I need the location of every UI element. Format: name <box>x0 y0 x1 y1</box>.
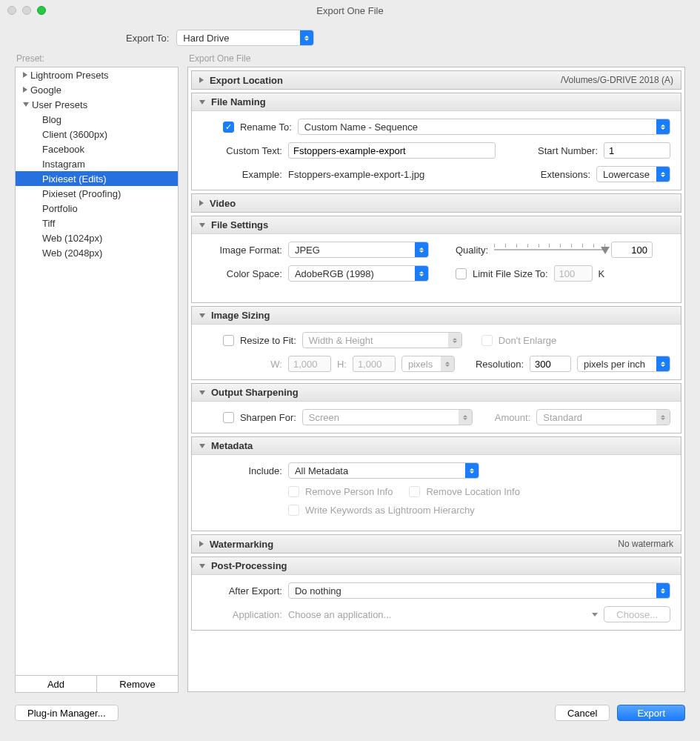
panel-header-export-location[interactable]: Export Location /Volumes/G-DRIVE 2018 (A… <box>192 71 681 89</box>
remove-preset-button[interactable]: Remove <box>96 676 178 692</box>
chevron-right-icon <box>199 541 204 547</box>
example-label: Example: <box>202 169 282 180</box>
updown-arrow-icon <box>465 463 479 478</box>
preset-group-lightroom[interactable]: Lightroom Presets <box>16 67 178 82</box>
color-space-label: Color Space: <box>202 268 282 279</box>
limit-filesize-checkbox[interactable] <box>456 268 467 279</box>
chevron-down-icon[interactable] <box>592 613 598 617</box>
preset-item[interactable]: Instagram <box>16 156 178 171</box>
custom-text-input[interactable] <box>288 142 496 159</box>
panel-header-file-naming[interactable]: File Naming <box>192 93 681 111</box>
resolution-unit-select[interactable]: pixels per inch <box>577 356 670 372</box>
h-label: H: <box>337 359 347 370</box>
size-unit-select: pixels <box>401 356 455 372</box>
sharpen-for-select: Screen <box>302 409 473 425</box>
extensions-select[interactable]: Lowercase <box>596 166 670 182</box>
updown-arrow-icon <box>459 410 472 425</box>
updown-arrow-icon <box>441 356 454 371</box>
window-title: Export One File <box>0 5 700 16</box>
updown-arrow-icon <box>448 333 461 348</box>
titlebar: Export One File <box>0 0 700 21</box>
panel-header-image-sizing[interactable]: Image Sizing <box>192 307 681 325</box>
quality-slider[interactable] <box>494 242 605 257</box>
start-number-input[interactable] <box>604 142 670 159</box>
panel-header-output-sharpening[interactable]: Output Sharpening <box>192 384 681 402</box>
rename-to-select[interactable]: Custom Name - Sequence <box>298 119 670 135</box>
panel-header-watermarking[interactable]: Watermarking No watermark <box>192 535 681 553</box>
dont-enlarge-label: Don't Enlarge <box>499 335 556 346</box>
color-space-select[interactable]: AdobeRGB (1998) <box>288 265 429 282</box>
chevron-right-icon <box>199 200 204 206</box>
preset-group-user[interactable]: User Presets <box>16 97 178 112</box>
preset-item[interactable]: Facebook <box>16 142 178 156</box>
updown-arrow-icon <box>656 356 670 371</box>
remove-person-label: Remove Person Info <box>305 486 393 497</box>
panel-header-metadata[interactable]: Metadata <box>192 437 681 455</box>
resize-checkbox[interactable] <box>223 335 234 346</box>
preset-item[interactable]: Pixieset (Proofing) <box>16 186 178 201</box>
preset-item[interactable]: Web (2048px) <box>16 245 178 260</box>
sharpen-checkbox[interactable] <box>223 412 234 423</box>
h-input <box>353 356 396 372</box>
export-button[interactable]: Export <box>617 705 685 721</box>
remove-location-label: Remove Location Info <box>426 486 519 497</box>
limit-filesize-label: Limit File Size To: <box>473 268 548 279</box>
include-select[interactable]: All Metadata <box>288 462 479 479</box>
custom-text-label: Custom Text: <box>202 145 282 156</box>
preset-list[interactable]: Lightroom Presets Google User Presets Bl… <box>15 67 179 676</box>
amount-label: Amount: <box>495 412 530 423</box>
limit-unit: K <box>599 268 605 279</box>
settings-panels: Export Location /Volumes/G-DRIVE 2018 (A… <box>187 67 685 692</box>
cancel-button[interactable]: Cancel <box>555 705 610 721</box>
export-to-label: Export To: <box>126 33 169 44</box>
preset-item[interactable]: Portfolio <box>16 201 178 216</box>
chevron-down-icon <box>199 444 205 448</box>
updown-arrow-icon <box>415 242 428 257</box>
resolution-input[interactable] <box>530 356 571 372</box>
preset-item[interactable]: Tiff <box>16 216 178 230</box>
image-format-select[interactable]: JPEG <box>288 242 429 258</box>
panel-header-video[interactable]: Video <box>192 194 681 212</box>
image-format-label: Image Format: <box>202 245 282 256</box>
include-label: Include: <box>202 465 282 476</box>
panel-output-sharpening: Output Sharpening Sharpen For: Screen Am… <box>191 383 681 433</box>
panel-header-file-settings[interactable]: File Settings <box>192 216 681 234</box>
updown-arrow-icon <box>300 30 313 45</box>
updown-arrow-icon <box>656 119 670 134</box>
panel-image-sizing: Image Sizing Resize to Fit: Width & Heig… <box>191 306 681 380</box>
updown-arrow-icon <box>415 266 428 281</box>
limit-filesize-input <box>554 265 593 282</box>
preset-item[interactable]: Blog <box>16 112 178 127</box>
rename-to-label: Rename To: <box>240 122 292 133</box>
preset-group-google[interactable]: Google <box>16 82 178 97</box>
preset-item[interactable]: Web (1024px) <box>16 230 178 245</box>
w-input <box>288 356 331 372</box>
panel-watermarking: Watermarking No watermark <box>191 534 681 554</box>
chevron-down-icon <box>199 313 205 318</box>
preset-item[interactable]: Client (3600px) <box>16 127 178 142</box>
panel-export-location: Export Location /Volumes/G-DRIVE 2018 (A… <box>191 70 681 90</box>
panel-metadata: Metadata Include: All Metadata Remove Pe… <box>191 436 681 531</box>
after-export-label: After Export: <box>202 585 282 597</box>
chevron-down-icon <box>199 564 205 568</box>
write-keywords-checkbox <box>288 505 299 516</box>
rename-to-checkbox[interactable] <box>223 122 234 133</box>
panel-file-naming: File Naming Rename To: Custom Name - Seq… <box>191 93 681 190</box>
resize-mode-select: Width & Height <box>302 332 462 348</box>
resize-label: Resize to Fit: <box>240 335 296 346</box>
after-export-select[interactable]: Do nothing <box>288 582 670 599</box>
resolution-label: Resolution: <box>476 359 524 370</box>
remove-person-checkbox <box>288 486 299 497</box>
plugin-manager-button[interactable]: Plug-in Manager... <box>15 705 119 721</box>
updown-arrow-icon <box>656 410 670 425</box>
quality-input[interactable] <box>611 242 653 258</box>
start-number-label: Start Number: <box>538 145 598 156</box>
chevron-right-icon <box>199 77 204 83</box>
export-to-select[interactable]: Hard Drive <box>176 30 314 46</box>
preset-item-selected[interactable]: Pixieset (Edits) <box>16 171 178 186</box>
right-title: Export One File <box>187 53 685 64</box>
w-label: W: <box>202 359 282 370</box>
panel-header-post-processing[interactable]: Post-Processing <box>192 557 681 575</box>
add-preset-button[interactable]: Add <box>16 676 96 692</box>
dont-enlarge-checkbox <box>481 335 493 346</box>
